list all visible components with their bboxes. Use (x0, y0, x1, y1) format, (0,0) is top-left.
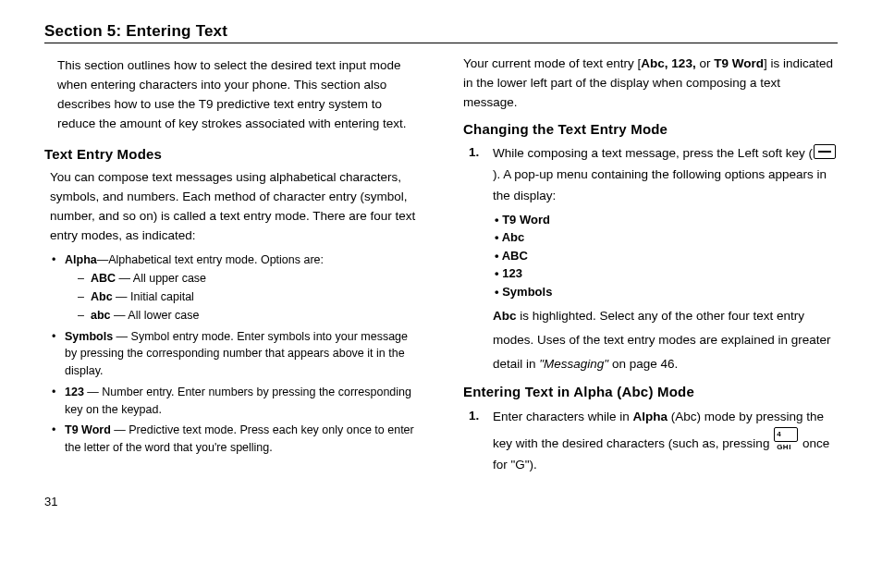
intro-paragraph: This section outlines how to select the … (57, 56, 419, 134)
popup-option-abc-upper: ABC (495, 247, 838, 265)
mode-123: 123 — Number entry. Enter numbers by pre… (50, 384, 419, 419)
heading-changing-mode: Changing the Text Entry Mode (463, 118, 838, 140)
current-mode-paragraph: Your current mode of text entry [Abc, 12… (463, 55, 838, 113)
mode-alpha-desc: —Alphabetical text entry mode. Options a… (97, 253, 324, 266)
popup-option-abc-mixed: Abc (495, 228, 838, 247)
section-rule (44, 43, 838, 43)
alpha-step-1: 1. Enter characters while in Alpha (Abc)… (469, 407, 838, 477)
changing-steps: 1. While composing a text message, press… (463, 143, 838, 375)
mode-t9: T9 Word — Predictive text mode. Press ea… (50, 422, 419, 457)
heading-entering-alpha: Entering Text in Alpha (Abc) Mode (463, 381, 838, 402)
mode-symbols: Symbols — Symbol entry mode. Enter symbo… (50, 328, 419, 380)
text-entry-lead: You can compose text messages using alph… (50, 168, 419, 246)
changing-step-1: 1. While composing a text message, press… (469, 143, 838, 375)
step-number: 1. (469, 407, 484, 477)
left-column: This section outlines how to select the … (44, 53, 419, 480)
popup-options: T9 Word Abc ABC 123 Symbols (493, 211, 838, 301)
popup-option-symbols: Symbols (495, 283, 838, 301)
heading-text-entry-modes: Text Entry Modes (44, 143, 419, 165)
left-soft-key-icon (814, 144, 836, 159)
mode-alpha-label: Alpha (65, 253, 97, 266)
page-number: 31 (44, 495, 838, 508)
section-title: Section 5: Entering Text (44, 22, 838, 41)
popup-option-123: 123 (495, 264, 838, 283)
manual-page: Section 5: Entering Text This section ou… (0, 0, 882, 508)
mode-alpha: Alpha—Alphabetical text entry mode. Opti… (50, 251, 419, 325)
mode-list: Alpha—Alphabetical text entry mode. Opti… (44, 251, 419, 457)
step-number: 1. (469, 143, 484, 375)
popup-option-t9: T9 Word (495, 211, 838, 229)
changing-note: Abc is highlighted. Select any of the ot… (493, 304, 838, 375)
alpha-opt-initial: Abc — Initial capital (78, 288, 419, 306)
alpha-opt-lowercase: abc — All lower case (78, 307, 419, 325)
two-column-layout: This section outlines how to select the … (44, 53, 838, 480)
alpha-sublist: ABC — All upper case Abc — Initial capit… (65, 270, 419, 324)
alpha-opt-uppercase: ABC — All upper case (78, 270, 419, 288)
alpha-steps: 1. Enter characters while in Alpha (Abc)… (463, 407, 838, 477)
key-4ghi-icon (774, 427, 798, 442)
right-column: Your current mode of text entry [Abc, 12… (463, 53, 838, 480)
